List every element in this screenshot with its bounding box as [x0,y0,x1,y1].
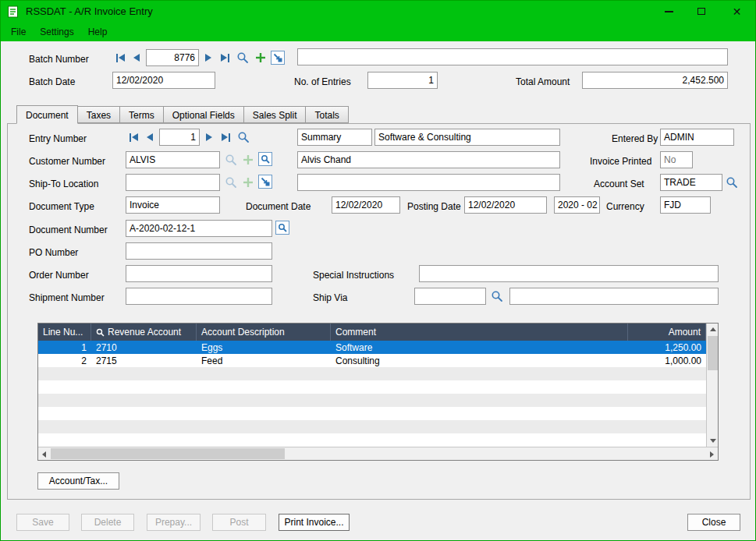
app-icon [7,5,20,18]
po-number-field[interactable] [126,242,272,260]
entry-next-button[interactable] [201,129,217,146]
save-button[interactable]: Save [16,514,69,531]
ship-to-new-button[interactable] [241,175,255,189]
document-type-label: Document Type [29,201,94,212]
tab-totals[interactable]: Totals [306,106,348,123]
arrow-up-icon [710,327,716,331]
finder-icon [491,290,503,302]
customer-name-field: Alvis Chand [297,151,560,168]
scroll-right-button[interactable] [706,448,718,460]
customer-new-button[interactable] [241,153,255,167]
order-number-field[interactable] [126,265,272,282]
arrow-left-icon [42,451,46,458]
po-number-label: PO Number [29,247,78,258]
ship-to-drilldown-button[interactable] [258,175,272,189]
account-set-label: Account Set [594,179,644,189]
maximize-button[interactable] [686,1,717,22]
customer-number-field[interactable]: ALVIS [126,151,220,168]
vertical-scroll-thumb[interactable] [708,336,718,370]
shipment-number-label: Shipment Number [29,292,105,303]
batch-last-button[interactable] [217,49,232,66]
plus-icon [243,154,254,165]
scroll-down-button[interactable] [707,435,719,447]
entry-first-button[interactable] [126,129,141,146]
tab-sales-split[interactable]: Sales Split [244,106,307,123]
grid-row-1[interactable]: 1 2710 Eggs Software 1,250.00 [38,341,706,354]
ship-to-name-field [297,174,560,191]
entry-number-field[interactable]: 1 [159,129,200,146]
special-instructions-label: Special Instructions [313,270,394,281]
column-header-comment[interactable]: Comment [331,324,628,341]
account-set-field[interactable]: TRADE [660,174,722,191]
batch-number-label: Batch Number [29,54,89,65]
document-number-inquiry-button[interactable] [275,221,289,235]
menu-help[interactable]: Help [81,23,115,41]
scroll-left-button[interactable] [38,448,50,460]
grid-row-2[interactable]: 2 2715 Feed Consulting 1,000.00 [38,354,706,367]
currency-field[interactable]: FJD [660,196,711,214]
document-type-field[interactable]: Invoice [126,196,220,214]
batch-first-button[interactable] [112,49,128,66]
posting-date-field[interactable]: 12/02/2020 [464,196,547,214]
batch-next-button[interactable] [201,49,216,66]
invoice-printed-label: Invoice Printed [590,156,651,167]
menu-file[interactable]: File [4,23,33,41]
customer-inquiry-button[interactable] [258,152,272,166]
customer-finder-button[interactable] [224,153,238,167]
post-button[interactable]: Post [212,514,266,531]
document-date-label: Document Date [246,201,311,212]
grid-horizontal-scrollbar[interactable] [38,447,718,460]
special-instructions-field[interactable] [419,265,719,282]
batch-new-button[interactable] [254,51,268,65]
grid-vertical-scrollbar[interactable] [706,324,718,447]
ship-via-code-field[interactable] [414,288,486,305]
menu-settings[interactable]: Settings [33,23,80,41]
ship-via-finder-button[interactable] [490,289,504,303]
document-date-field[interactable]: 12/02/2020 [332,196,400,214]
close-window-button[interactable]: ✕ [719,1,755,22]
column-header-amount[interactable]: Amount [628,324,706,341]
delete-button[interactable]: Delete [81,514,134,531]
entry-description-field[interactable]: Software & Consulting [374,129,560,146]
entry-type-field[interactable]: Summary [297,129,372,146]
ship-via-name-field[interactable] [509,288,719,305]
prepay-button[interactable]: Prepay... [147,514,201,531]
column-header-line-number[interactable]: Line Nu... [38,324,91,341]
tab-document[interactable]: Document [16,105,78,124]
shipment-number-field[interactable] [126,288,272,305]
entered-by-field: ADMIN [660,129,734,146]
entry-finder-button[interactable] [236,130,250,144]
document-number-field[interactable]: A-2020-02-12-1 [126,220,272,237]
tab-terms[interactable]: Terms [120,106,164,123]
column-header-revenue-account[interactable]: Revenue Account [91,324,197,341]
batch-previous-button[interactable] [129,49,144,66]
drilldown-icon [261,177,270,186]
horizontal-scroll-thumb[interactable] [51,448,285,459]
minimize-button[interactable] [653,1,684,22]
account-tax-button[interactable]: Account/Tax... [37,472,119,490]
app-window: RSSDAT - A/R Invoice Entry ✕ File Settin… [0,0,756,541]
entry-previous-button[interactable] [142,129,158,146]
column-header-account-description[interactable]: Account Description [197,324,331,341]
batch-number-field[interactable]: 8776 [146,49,199,66]
arrow-down-icon [710,439,716,443]
finder-icon [237,131,250,143]
close-button[interactable]: Close [687,514,740,531]
document-number-label: Document Number [29,225,108,235]
scroll-up-button[interactable] [707,324,719,335]
tab-optional-fields[interactable]: Optional Fields [164,106,244,123]
batch-drilldown-button[interactable] [271,51,285,65]
ship-to-finder-button[interactable] [224,175,238,189]
batch-finder-button[interactable] [236,51,250,65]
entry-last-button[interactable] [218,129,233,146]
print-invoice-button[interactable]: Print Invoice... [279,514,350,531]
finder-icon [726,176,738,189]
ship-to-location-field[interactable] [126,174,220,191]
tab-taxes[interactable]: Taxes [78,106,120,123]
batch-date-field[interactable]: 12/02/2020 [112,72,215,89]
batch-description-field[interactable] [297,48,728,65]
grid-row-empty [38,433,706,447]
finder-icon [236,51,249,64]
account-set-finder-button[interactable] [725,175,739,189]
drilldown-icon [273,53,282,62]
